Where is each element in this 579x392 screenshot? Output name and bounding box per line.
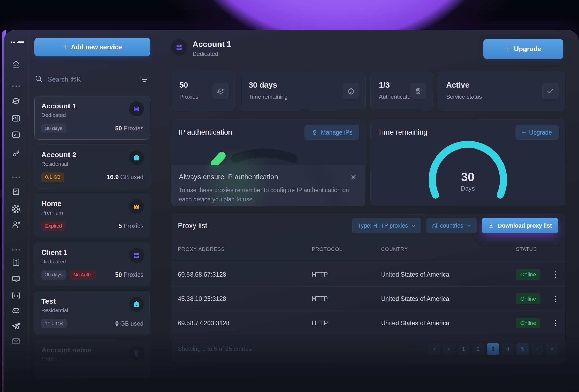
main-content: Account 1 Dedicated + Upgrade 50 Proxies…	[156, 30, 579, 392]
account-avatar	[171, 39, 187, 56]
column-header: PROXY ADDRESS	[178, 246, 312, 252]
mobile-icon	[129, 346, 144, 360]
account-type: Residential	[41, 161, 143, 167]
page-subtitle: Dedicated	[193, 51, 218, 57]
account-card-home[interactable]: Home Premium ★ Expired 5 Proxies	[34, 193, 150, 237]
plus-icon: +	[63, 43, 67, 51]
home-icon[interactable]	[11, 60, 21, 69]
country-filter-dropdown[interactable]: All countries	[426, 218, 477, 233]
stat-value: 30 days	[249, 81, 357, 89]
middle-cards: IP authentication Manage iPs Always ensu…	[171, 119, 565, 206]
notice-title: Always ensure IP authentication	[179, 173, 356, 181]
ip-auth-notice: Always ensure IP authentication To use t…	[171, 165, 365, 206]
account-type: Dedicated	[41, 112, 143, 118]
account-type: Dedicated	[41, 258, 143, 265]
account-name: Account name	[41, 346, 143, 354]
book-icon[interactable]	[11, 258, 21, 268]
app-logo-icon	[8, 41, 24, 44]
days-remaining-unit: Days	[371, 185, 565, 192]
page-button-5[interactable]: 5	[516, 343, 529, 355]
time-remaining-card: Time remaining + Upgrade 30 Days	[370, 119, 565, 206]
stat-card-service-status: Active Service status	[438, 72, 565, 111]
type-filter-dropdown[interactable]: Type: HTTP proxies	[352, 218, 421, 233]
server-icon	[175, 43, 184, 52]
proxy-list-section: Proxy list Type: HTTP proxies All countr…	[171, 214, 565, 363]
prev-page-button[interactable]: ‹	[443, 343, 455, 355]
gear-icon[interactable]	[11, 204, 21, 214]
notice-body: To use these proxies remember to configu…	[179, 186, 349, 204]
search-input[interactable]	[48, 76, 134, 83]
crown-icon: ★	[129, 199, 144, 214]
account-list: Account 1 Dedicated 30 days 50 Proxies A…	[34, 96, 150, 382]
ellipsis-icon	[12, 249, 20, 251]
status-badge: Online	[516, 293, 540, 304]
days-remaining-value: 30	[371, 170, 565, 184]
linkedin-icon[interactable]: in	[11, 291, 21, 300]
status-badge: 0.1 GB	[41, 172, 64, 182]
download-proxy-list-button[interactable]: Download proxy list	[482, 218, 558, 233]
server-icon	[129, 248, 144, 263]
receipt-icon[interactable]	[11, 187, 21, 197]
stat-card-authenticate-ips: 1/3 Authenticate IPs	[370, 72, 433, 111]
proxy-address: 69.58.68.67:3128	[178, 271, 312, 278]
last-page-button[interactable]: »	[546, 343, 558, 355]
app-window: in + Add new service Account 1	[4, 30, 579, 392]
house-icon	[129, 297, 144, 312]
page-button-2[interactable]: 2	[472, 343, 484, 355]
download-icon	[488, 223, 494, 229]
entries-summary: Showing 1 to 5 of 25 entries	[178, 346, 252, 352]
upgrade-button[interactable]: + Upgrade	[483, 39, 563, 59]
page-button-1[interactable]: 1	[458, 343, 470, 355]
add-new-service-label: Add new service	[71, 43, 122, 51]
discord-icon[interactable]	[11, 306, 21, 316]
row-menu-icon[interactable]: ⋮	[552, 295, 558, 303]
page-button-3-active[interactable]: 3	[487, 343, 499, 355]
stat-label: Service status	[446, 93, 557, 100]
person-voice-icon[interactable]	[11, 219, 21, 229]
account-card-test[interactable]: Test Residential 11.0 GB 0 GB used	[34, 291, 150, 335]
account-metric: 5 Proxies	[119, 222, 143, 230]
house-icon	[129, 150, 144, 165]
search-row	[34, 72, 150, 87]
status-badge: Online	[516, 269, 540, 280]
table-row: 69.58.68.67:3128 HTTP United States of A…	[171, 262, 565, 286]
protocol: HTTP	[312, 295, 381, 302]
key-icon[interactable]	[11, 148, 21, 158]
svg-text:★: ★	[135, 206, 137, 208]
code-window-icon[interactable]	[11, 113, 21, 123]
planet-icon[interactable]	[11, 96, 21, 106]
next-page-button[interactable]: ›	[531, 343, 543, 355]
close-icon[interactable]: ✕	[351, 173, 356, 182]
column-header: STATUS	[516, 246, 552, 252]
svg-text:in: in	[14, 293, 18, 298]
account-type: Premium	[41, 210, 143, 216]
chat-icon[interactable]	[11, 274, 21, 284]
account-card-account-1[interactable]: Account 1 Dedicated 30 days 50 Proxies	[34, 96, 150, 140]
mail-icon[interactable]	[11, 336, 21, 346]
ip-authentication-card: IP authentication Manage iPs Always ensu…	[171, 119, 365, 206]
column-header: COUNTRY	[381, 246, 516, 252]
telegram-icon[interactable]	[11, 321, 21, 331]
stat-label: Time remaining	[249, 93, 357, 100]
upgrade-button-small[interactable]: + Upgrade	[515, 125, 559, 140]
ellipsis-icon	[12, 177, 20, 178]
stat-card-time-remaining: 30 days Time remaining	[240, 72, 366, 111]
filter-icon[interactable]	[139, 75, 150, 84]
first-page-button[interactable]: «	[428, 343, 440, 355]
row-menu-icon[interactable]: ⋮	[552, 271, 558, 278]
account-card-account-name[interactable]: Account name Mobile	[34, 340, 150, 377]
location-pin-icon	[410, 83, 426, 99]
account-metric: 0 GB used	[115, 320, 143, 327]
account-metric: 50 Proxies	[115, 125, 143, 132]
status-badge: Expired	[41, 221, 66, 231]
row-menu-icon[interactable]: ⋮	[552, 319, 558, 327]
task-card-icon[interactable]	[11, 130, 21, 140]
plus-icon: +	[506, 44, 511, 53]
account-card-account-2[interactable]: Account 2 Residential 0.1 GB 16.9 GB use…	[34, 144, 150, 189]
page-title: Account 1	[193, 40, 231, 49]
page-button-4[interactable]: 4	[502, 343, 514, 355]
account-type: Residential	[41, 307, 143, 313]
account-card-client-1[interactable]: Client 1 Dedicated 30 days No Auth. 50 P…	[34, 242, 150, 286]
add-new-service-button[interactable]: + Add new service	[34, 38, 150, 56]
country: United States of America	[381, 295, 516, 302]
